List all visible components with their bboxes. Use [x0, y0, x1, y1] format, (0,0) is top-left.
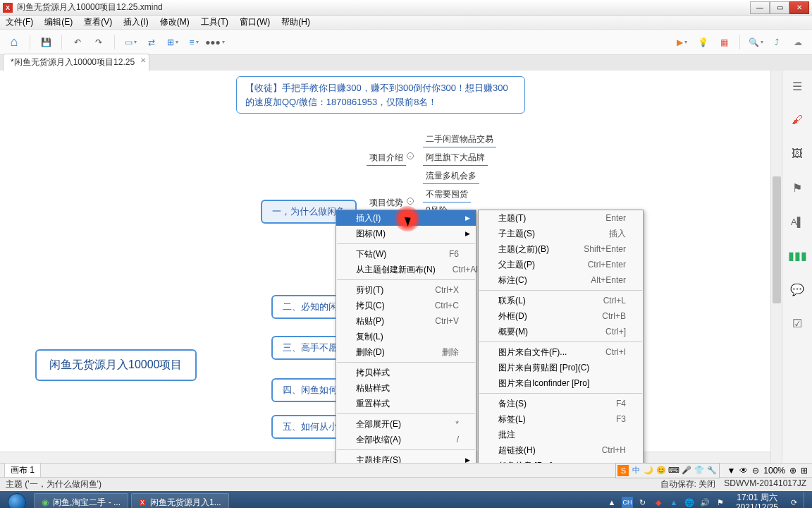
- menu-item[interactable]: 全部展开(E)*: [336, 416, 476, 432]
- menu-item[interactable]: 插入(I)▶: [336, 210, 476, 226]
- ime-tool-icon[interactable]: 🔧: [706, 465, 718, 476]
- start-button[interactable]: [3, 492, 31, 508]
- menu-item[interactable]: 粘贴样式: [336, 380, 476, 396]
- menu-view[interactable]: 查看(V): [81, 15, 115, 30]
- menu-item[interactable]: 超链接(H)Ctrl+H: [479, 442, 643, 458]
- menu-item[interactable]: 图标(M)▶: [336, 226, 476, 241]
- root-node[interactable]: 闲鱼无货源月入10000项目: [35, 349, 197, 381]
- menu-edit[interactable]: 编辑(E): [42, 15, 75, 30]
- menu-help[interactable]: 帮助(H): [278, 15, 313, 30]
- subnode-intro[interactable]: 项目介绍: [367, 150, 406, 166]
- marker-icon[interactable]: ⚑: [789, 179, 806, 196]
- ime-keyboard-icon[interactable]: ⌨: [668, 465, 679, 476]
- menu-item[interactable]: 标签(L)F3: [479, 411, 643, 427]
- menu-item[interactable]: 粘贴(P)Ctrl+V: [336, 313, 476, 329]
- menu-item[interactable]: 主题(T)Enter: [479, 210, 643, 226]
- menu-item[interactable]: 拷贝(C)Ctrl+C: [336, 298, 476, 313]
- fit-button[interactable]: ⊞: [801, 466, 808, 476]
- redo-button[interactable]: ↷: [90, 34, 107, 51]
- ime-cn-icon[interactable]: 中: [630, 465, 641, 476]
- ime-moon-icon[interactable]: 🌙: [643, 465, 654, 476]
- ime-mic-icon[interactable]: 🎤: [681, 465, 692, 476]
- topic-button[interactable]: ▭▾: [122, 34, 139, 51]
- menu-item[interactable]: 重置样式: [336, 396, 476, 411]
- zoom-in-button[interactable]: ⊕: [789, 466, 796, 476]
- menu-tools[interactable]: 工具(T): [198, 15, 231, 30]
- tray-sync-icon[interactable]: ↻: [637, 497, 648, 508]
- ime-emoji-icon[interactable]: 😊: [656, 465, 667, 476]
- tray-app1-icon[interactable]: ◆: [653, 497, 664, 508]
- menu-item[interactable]: 备注(S)F4: [479, 396, 643, 411]
- save-button[interactable]: 💾: [37, 34, 54, 51]
- more-button[interactable]: ●●●▾: [207, 34, 223, 51]
- outline-icon[interactable]: ☰: [789, 78, 806, 95]
- menu-item[interactable]: 父主题(P)Ctrl+Enter: [479, 257, 643, 272]
- menu-insert[interactable]: 插入(I): [121, 15, 151, 30]
- menu-file[interactable]: 文件(F): [3, 15, 36, 30]
- menu-item[interactable]: 批注: [479, 427, 643, 442]
- menu-item[interactable]: 主题(之前)(B)Shift+Enter: [479, 241, 643, 257]
- presentation-button[interactable]: ▶▾: [673, 34, 690, 51]
- tray-volume-icon[interactable]: 🔊: [699, 497, 710, 508]
- menu-item[interactable]: 子主题(S)插入: [479, 226, 643, 241]
- leaf-alibrand[interactable]: 阿里旗下大品牌: [423, 150, 488, 166]
- tray-flag-icon[interactable]: ⚑: [715, 497, 726, 508]
- tray-network-icon[interactable]: 🌐: [684, 497, 695, 508]
- menu-item[interactable]: 主题排序(S)▶: [336, 452, 476, 463]
- notes-icon[interactable]: A▌: [789, 213, 806, 230]
- image-icon[interactable]: 🖼: [789, 145, 806, 162]
- taskbar-item-xmind[interactable]: X闲鱼无货源月入1...: [131, 493, 229, 508]
- sheet-tab[interactable]: 画布 1: [4, 463, 41, 478]
- overview-icon[interactable]: 👁: [739, 466, 748, 476]
- zoom-out-button[interactable]: ⊖: [752, 466, 759, 476]
- taskbar-item-browser[interactable]: ◉闲鱼,淘宝二手 - ...: [34, 493, 128, 508]
- subnode-advantage[interactable]: 项目优势: [367, 195, 406, 211]
- relationship-button[interactable]: ⊞▾: [164, 34, 181, 51]
- vertical-scrollbar[interactable]: [770, 71, 782, 463]
- format-icon[interactable]: 🖌: [789, 111, 806, 128]
- sogou-icon[interactable]: S: [617, 465, 629, 476]
- brainstorm-button[interactable]: 💡: [694, 34, 711, 51]
- close-button[interactable]: ✕: [789, 1, 809, 14]
- audio-icon[interactable]: ▮▮▮: [789, 247, 806, 264]
- menu-item[interactable]: 复制(L): [336, 329, 476, 344]
- comments-icon[interactable]: 💬: [789, 281, 806, 298]
- share-button[interactable]: ⤴: [768, 34, 785, 51]
- ime-skin-icon[interactable]: 👕: [694, 465, 705, 476]
- menu-item[interactable]: 下钻(W)F6: [336, 246, 476, 262]
- menu-item[interactable]: 概要(M)Ctrl+]: [479, 324, 643, 339]
- menu-item[interactable]: 删除(D)删除: [336, 344, 476, 360]
- maximize-button[interactable]: ▭: [770, 1, 789, 14]
- mindmap-canvas[interactable]: 【收徒】手把手教你日赚300，赚不到300倒付你300！想日赚300的速度加QQ…: [0, 71, 782, 463]
- boundary-button[interactable]: ≡▾: [185, 34, 202, 51]
- filter-icon[interactable]: ▼: [727, 466, 735, 476]
- leaf-nostock[interactable]: 不需要囤货: [423, 187, 471, 202]
- menu-item[interactable]: 图片来自剪贴图 [Pro](C): [479, 360, 643, 375]
- cloud-button[interactable]: ☁: [789, 34, 806, 51]
- menu-item[interactable]: 图片来自文件(F)...Ctrl+I: [479, 344, 643, 360]
- tray-app2-icon[interactable]: ▲: [668, 497, 679, 508]
- tray-clock[interactable]: 17:01 周六 2021/12/25: [730, 492, 784, 508]
- leaf-traffic[interactable]: 流量多机会多: [423, 169, 479, 184]
- menu-item[interactable]: 外框(D)Ctrl+B: [479, 308, 643, 324]
- tray-expand-icon[interactable]: ▲: [606, 497, 617, 508]
- menu-item[interactable]: 任务信息 [Pro]: [479, 458, 643, 463]
- menu-item[interactable]: 从主题创建新画布(N)Ctrl+Alt+T: [336, 262, 476, 277]
- menu-modify[interactable]: 修改(M): [157, 15, 192, 30]
- gantt-button[interactable]: ▦: [715, 34, 732, 51]
- expand-icon[interactable]: -: [407, 198, 414, 205]
- leaf-secondhand[interactable]: 二手闲置物品交易: [423, 132, 496, 147]
- document-tab[interactable]: *闲鱼无货源月入10000项目12.25 ✕: [3, 54, 149, 71]
- ime-toolbar[interactable]: S 中 🌙 😊 ⌨ 🎤 👕 🔧: [615, 463, 720, 478]
- menu-item[interactable]: 图片来自Iconfinder [Pro]: [479, 375, 643, 391]
- search-button[interactable]: 🔍▾: [747, 34, 764, 51]
- canvas-area[interactable]: 【收徒】手把手教你日赚300，赚不到300倒付你300！想日赚300的速度加QQ…: [0, 71, 782, 463]
- tray-loop-icon[interactable]: ⟳: [788, 497, 799, 508]
- show-desktop-button[interactable]: [804, 492, 809, 508]
- minimize-button[interactable]: —: [750, 1, 770, 14]
- menu-item[interactable]: 联系(L)Ctrl+L: [479, 293, 643, 308]
- expand-icon[interactable]: -: [407, 152, 414, 159]
- tray-lang-icon[interactable]: CH: [622, 497, 633, 508]
- menu-item[interactable]: 拷贝样式: [336, 365, 476, 380]
- menu-window[interactable]: 窗口(W): [237, 15, 273, 30]
